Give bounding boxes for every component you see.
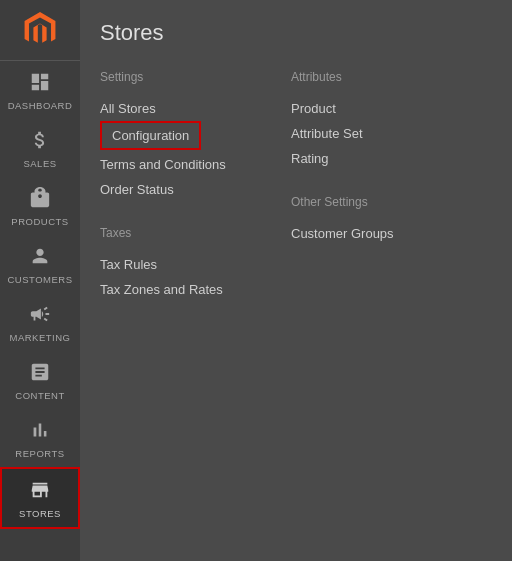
sidebar-item-stores-label: STORES — [19, 508, 61, 519]
sidebar-item-sales-label: SALES — [23, 158, 56, 169]
marketing-icon — [29, 303, 51, 328]
taxes-section: Taxes Tax Rules Tax Zones and Rates — [100, 226, 291, 302]
sidebar-item-marketing[interactable]: MARKETING — [0, 293, 80, 351]
stores-icon — [29, 479, 51, 504]
sidebar: DASHBOARD SALES PRODUCTS CUSTOMERS MARKE… — [0, 0, 80, 561]
settings-heading: Settings — [100, 70, 291, 84]
sidebar-item-customers-label: CUSTOMERS — [7, 274, 72, 285]
reports-icon — [29, 419, 51, 444]
other-settings-section: Other Settings Customer Groups — [291, 195, 482, 246]
sidebar-item-stores[interactable]: STORES — [0, 467, 80, 529]
products-icon — [29, 187, 51, 212]
sidebar-item-products[interactable]: PRODUCTS — [0, 177, 80, 235]
configuration-link[interactable]: Configuration — [100, 121, 201, 150]
other-settings-heading: Other Settings — [291, 195, 482, 209]
terms-conditions-link[interactable]: Terms and Conditions — [100, 152, 291, 177]
sidebar-item-products-label: PRODUCTS — [11, 216, 68, 227]
page-title: Stores — [100, 20, 482, 46]
all-stores-link[interactable]: All Stores — [100, 96, 291, 121]
right-column: Attributes Product Attribute Set Rating … — [291, 70, 482, 302]
left-column: Settings All Stores Configuration Terms … — [100, 70, 291, 302]
rating-link[interactable]: Rating — [291, 146, 482, 171]
main-content: Stores Settings All Stores Configuration… — [80, 0, 512, 561]
attributes-section: Attributes Product Attribute Set Rating — [291, 70, 482, 171]
sidebar-item-content[interactable]: CONTENT — [0, 351, 80, 409]
content-icon — [29, 361, 51, 386]
product-link[interactable]: Product — [291, 96, 482, 121]
order-status-link[interactable]: Order Status — [100, 177, 291, 202]
sidebar-item-dashboard[interactable]: DASHBOARD — [0, 61, 80, 119]
attributes-heading: Attributes — [291, 70, 482, 84]
customers-icon — [29, 245, 51, 270]
sales-icon — [29, 129, 51, 154]
sidebar-logo — [0, 0, 80, 60]
sidebar-item-reports[interactable]: REPORTS — [0, 409, 80, 467]
customer-groups-link[interactable]: Customer Groups — [291, 221, 482, 246]
menu-columns: Settings All Stores Configuration Terms … — [100, 70, 482, 302]
taxes-heading: Taxes — [100, 226, 291, 240]
attribute-set-link[interactable]: Attribute Set — [291, 121, 482, 146]
sidebar-item-reports-label: REPORTS — [15, 448, 64, 459]
settings-section: Settings All Stores Configuration Terms … — [100, 70, 291, 202]
sidebar-item-sales[interactable]: SALES — [0, 119, 80, 177]
sidebar-item-dashboard-label: DASHBOARD — [8, 100, 73, 111]
tax-zones-link[interactable]: Tax Zones and Rates — [100, 277, 291, 302]
tax-rules-link[interactable]: Tax Rules — [100, 252, 291, 277]
dashboard-icon — [29, 71, 51, 96]
sidebar-item-customers[interactable]: CUSTOMERS — [0, 235, 80, 293]
sidebar-item-marketing-label: MARKETING — [10, 332, 71, 343]
sidebar-item-content-label: CONTENT — [15, 390, 64, 401]
